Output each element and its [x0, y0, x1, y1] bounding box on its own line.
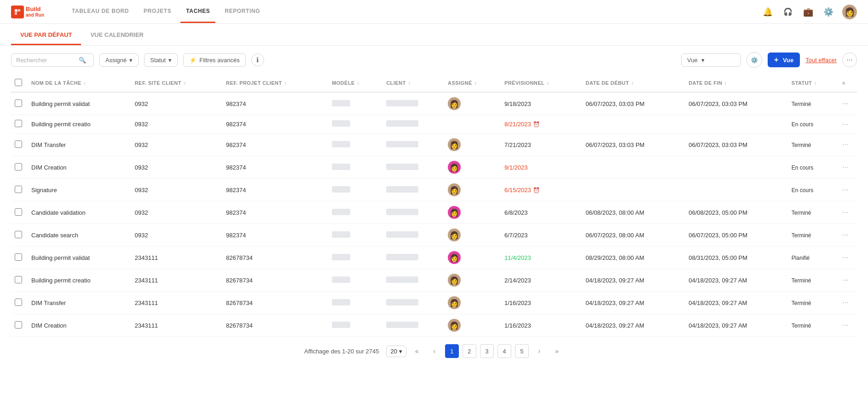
row-checkbox[interactable] — [15, 276, 22, 283]
cell-statut: Terminé — [788, 201, 839, 224]
cell-row-menu[interactable]: ··· — [839, 201, 857, 224]
row-menu-button[interactable]: ··· — [842, 276, 848, 284]
cell-row-menu[interactable]: ··· — [839, 179, 857, 201]
row-menu-button[interactable]: ··· — [842, 186, 848, 194]
tab-vue-calendrier[interactable]: VUE CALENDRIER — [81, 24, 153, 45]
page-3-button[interactable]: 3 — [480, 344, 494, 358]
th-previsionnel[interactable]: PRÉVISIONNEL ↕ — [501, 74, 582, 92]
row-menu-button[interactable]: ··· — [842, 299, 848, 306]
page-5-button[interactable]: 5 — [515, 344, 529, 358]
search-input[interactable] — [16, 57, 76, 64]
headset-icon[interactable]: 🎧 — [781, 6, 794, 18]
th-assigne[interactable]: ASSIGNÉ ↕ — [444, 74, 501, 92]
row-checkbox[interactable] — [15, 141, 22, 148]
previsionnel-date[interactable]: 8/21/2023 — [504, 121, 531, 128]
last-page-button[interactable]: » — [550, 344, 564, 358]
view-settings-button[interactable]: ⚙️ — [746, 52, 762, 68]
logo[interactable]: Build and Run — [11, 6, 44, 18]
cell-previsionnel[interactable]: 7/21/2023 — [501, 134, 582, 156]
cell-previsionnel[interactable]: 2/14/2023 — [501, 269, 582, 292]
cell-previsionnel[interactable]: 1/16/2023 — [501, 314, 582, 337]
nav-projets[interactable]: PROJETS — [138, 0, 177, 23]
row-menu-button[interactable]: ··· — [842, 253, 848, 261]
cell-nom: Building permit creatio — [28, 269, 131, 292]
row-checkbox[interactable] — [15, 253, 22, 261]
cell-row-menu[interactable]: ··· — [839, 292, 857, 314]
row-checkbox[interactable] — [15, 321, 22, 329]
previsionnel-date[interactable]: 6/15/2023 — [504, 187, 531, 194]
th-date-debut[interactable]: DATE DE DÉBUT ↕ — [582, 74, 685, 92]
cell-previsionnel[interactable]: 11/4/2023 — [501, 247, 582, 269]
cell-previsionnel[interactable]: 6/15/2023⏰ — [501, 179, 582, 201]
user-avatar[interactable]: 👩 — [842, 5, 857, 19]
notification-icon[interactable]: 🔔 — [761, 6, 774, 18]
columns-menu-icon[interactable]: ≡ — [842, 80, 845, 86]
page-4-button[interactable]: 4 — [498, 344, 511, 358]
cell-row-menu[interactable]: ··· — [839, 92, 857, 115]
previsionnel-date[interactable]: 9/1/2023 — [504, 164, 528, 171]
cell-previsionnel[interactable]: 6/8/2023 — [501, 201, 582, 224]
cell-client — [382, 156, 444, 179]
row-menu-button[interactable]: ··· — [842, 100, 848, 107]
cell-row-menu[interactable]: ··· — [839, 224, 857, 247]
filter-advanced-button[interactable]: ⚡ Filtres avancés — [183, 53, 245, 67]
cell-row-menu[interactable]: ··· — [839, 134, 857, 156]
search-box[interactable]: 🔍 — [11, 53, 94, 67]
first-page-button[interactable]: « — [410, 344, 424, 358]
filter-statut[interactable]: Statut ▾ — [144, 53, 178, 67]
info-icon[interactable]: ℹ — [251, 53, 264, 66]
row-menu-button[interactable]: ··· — [842, 163, 848, 171]
row-menu-button[interactable]: ··· — [842, 231, 848, 239]
row-checkbox[interactable] — [15, 208, 22, 216]
nav-reporting[interactable]: REPORTING — [219, 0, 266, 23]
cell-row-menu[interactable]: ··· — [839, 115, 857, 134]
row-checkbox[interactable] — [15, 299, 22, 306]
th-modele[interactable]: MODÈLE ↕ — [328, 74, 382, 92]
gear-icon[interactable]: ⚙️ — [822, 6, 835, 18]
avatar: 👩 — [448, 296, 461, 309]
row-menu-button[interactable]: ··· — [842, 321, 848, 329]
briefcase-icon[interactable]: 💼 — [802, 6, 815, 18]
add-vue-button[interactable]: + Vue — [768, 53, 800, 67]
select-all-checkbox[interactable] — [15, 79, 22, 86]
nav-tableau-de-bord[interactable]: TABLEAU DE BORD — [66, 0, 134, 23]
next-page-button[interactable]: › — [532, 344, 546, 358]
nav-taches[interactable]: TACHES — [180, 0, 215, 23]
page-2-button[interactable]: 2 — [463, 344, 476, 358]
page-1-button[interactable]: 1 — [445, 344, 459, 358]
th-select-all[interactable] — [11, 74, 28, 92]
blurred-client — [386, 276, 418, 283]
tout-effacer-button[interactable]: Tout effacer — [805, 57, 837, 64]
cell-previsionnel[interactable]: 8/21/2023⏰ — [501, 115, 582, 134]
vue-select[interactable]: Vue ▾ — [681, 53, 741, 67]
prev-page-button[interactable]: ‹ — [428, 344, 441, 358]
th-client[interactable]: CLIENT ↕ — [382, 74, 444, 92]
cell-previsionnel[interactable]: 9/18/2023 — [501, 92, 582, 115]
th-ref-projet-client[interactable]: REF. PROJET CLIENT ↕ — [222, 74, 328, 92]
cell-nom: Signature — [28, 179, 131, 201]
cell-previsionnel[interactable]: 1/16/2023 — [501, 292, 582, 314]
th-ref-site-client[interactable]: REF. SITE CLIENT ↕ — [131, 74, 222, 92]
cell-row-menu[interactable]: ··· — [839, 269, 857, 292]
row-checkbox[interactable] — [15, 186, 22, 193]
cell-row-menu[interactable]: ··· — [839, 156, 857, 179]
row-checkbox[interactable] — [15, 231, 22, 238]
tab-vue-par-defaut[interactable]: VUE PAR DÉFAUT — [11, 24, 81, 45]
per-page-select[interactable]: 20 ▾ — [386, 346, 406, 357]
previsionnel-date[interactable]: 11/4/2023 — [504, 254, 531, 261]
filter-assigne[interactable]: Assigné ▾ — [99, 53, 139, 67]
cell-row-menu[interactable]: ··· — [839, 247, 857, 269]
cell-previsionnel[interactable]: 9/1/2023 — [501, 156, 582, 179]
row-checkbox[interactable] — [15, 100, 22, 107]
row-checkbox[interactable] — [15, 163, 22, 170]
th-date-fin[interactable]: DATE DE FIN ↕ — [685, 74, 788, 92]
th-statut[interactable]: STATUT ↕ — [788, 74, 839, 92]
th-nom-tache[interactable]: NOM DE LA TÂCHE ↕ — [28, 74, 131, 92]
row-menu-button[interactable]: ··· — [842, 141, 848, 148]
row-menu-button[interactable]: ··· — [842, 208, 848, 216]
cell-row-menu[interactable]: ··· — [839, 314, 857, 337]
more-options-button[interactable]: ··· — [842, 53, 857, 67]
row-menu-button[interactable]: ··· — [842, 120, 848, 128]
cell-previsionnel[interactable]: 6/7/2023 — [501, 224, 582, 247]
row-checkbox[interactable] — [15, 120, 22, 127]
